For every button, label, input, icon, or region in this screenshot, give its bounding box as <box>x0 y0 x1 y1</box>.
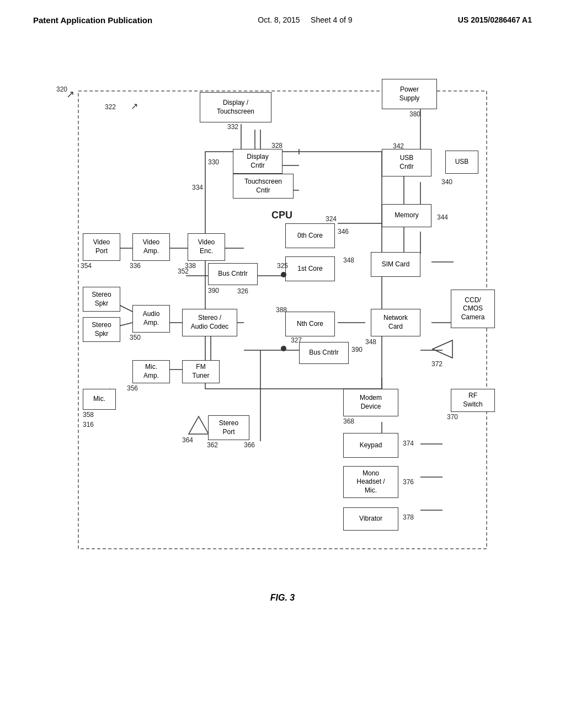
keypad-box: Keypad <box>343 433 398 458</box>
touchscreen-cntlr-box: Touchscreen Cntlr <box>233 174 294 199</box>
mono-headset-label: Mono Headset / Mic. <box>356 469 385 495</box>
stereo-audio-codec-label: Stereo / Audio Codec <box>191 314 229 331</box>
ccd-cmos-box: CCD/ CMOS Camera <box>451 290 495 328</box>
power-supply-label: Power Supply <box>399 85 420 103</box>
connector-dot-1 <box>281 346 286 351</box>
label-388: 388 <box>276 306 287 314</box>
label-368: 368 <box>343 417 354 425</box>
label-350: 350 <box>130 334 141 341</box>
arrow-322: ↗ <box>131 101 138 111</box>
vibrator-label: Vibrator <box>359 515 382 523</box>
label-340: 340 <box>441 178 452 186</box>
label-362: 362 <box>207 441 218 449</box>
video-port-label: Video Port <box>93 238 110 255</box>
label-348b: 348 <box>365 338 376 346</box>
mic-box: Mic. <box>83 389 116 410</box>
display-cntlr-label: Display Cntlr <box>247 153 268 170</box>
label-390-top: 390 <box>208 287 219 295</box>
stereo-spkr2-label: Stereo Spkr <box>92 321 111 338</box>
core1-label: 1st Core <box>297 265 322 274</box>
mic-amp-label: Mic. Amp. <box>143 363 159 380</box>
bus-cntlr-top-box: Bus Cntrlr <box>208 263 258 285</box>
bus-cntlr-bot-box: Bus Cntrlr <box>299 342 349 364</box>
memory-label: Memory <box>395 211 418 220</box>
label-376: 376 <box>403 478 414 486</box>
stereo-spkr2-box: Stereo Spkr <box>83 317 120 342</box>
coren-label: Nth Core <box>297 320 323 329</box>
label-378: 378 <box>403 513 414 521</box>
label-344: 344 <box>437 213 448 221</box>
label-348: 348 <box>343 256 354 264</box>
connector-dot-2 <box>281 272 286 277</box>
label-332: 332 <box>227 123 238 131</box>
usb-box: USB <box>445 151 478 174</box>
svg-marker-41 <box>433 340 452 358</box>
stereo-port-label: Stereo Port <box>219 419 238 436</box>
power-supply-box: Power Supply <box>382 79 437 109</box>
fm-tuner-box: FM Tuner <box>182 360 220 383</box>
stereo-spkr1-label: Stereo Spkr <box>92 291 111 308</box>
vibrator-box: Vibrator <box>343 507 398 531</box>
label-346: 346 <box>338 228 349 235</box>
figure-caption: FIG. 3 <box>0 593 565 603</box>
label-372: 372 <box>431 360 443 368</box>
label-342: 342 <box>393 142 404 150</box>
mic-amp-box: Mic. Amp. <box>132 360 170 383</box>
video-port-box: Video Port <box>83 233 120 261</box>
svg-marker-40 <box>189 416 209 434</box>
page-header: Patent Application Publication Oct. 8, 2… <box>0 0 565 25</box>
patent-number: US 2015/0286467 A1 <box>458 15 532 24</box>
label-316: 316 <box>83 421 94 429</box>
antenna-triangle-364 <box>188 415 210 437</box>
core1-box: 1st Core <box>285 256 335 281</box>
stereo-audio-codec-box: Stereo / Audio Codec <box>182 309 237 336</box>
mono-headset-box: Mono Headset / Mic. <box>343 466 398 498</box>
display-touchscreen-label: Display / Touchscreen <box>217 99 254 116</box>
label-338: 338 <box>185 262 196 270</box>
bus-cntlr-bot-label: Bus Cntrlr <box>309 349 338 357</box>
display-cntlr-box: Display Cntlr <box>233 149 282 174</box>
core0-label: 0th Core <box>297 232 323 240</box>
core0-box: 0th Core <box>285 223 335 248</box>
label-325: 325 <box>277 262 288 270</box>
label-336: 336 <box>130 262 141 270</box>
stereo-port-box: Stereo Port <box>208 415 249 440</box>
touchscreen-cntlr-label: Touchscreen Cntlr <box>244 178 282 195</box>
label-356: 356 <box>127 384 138 392</box>
network-card-box: Network Card <box>371 309 420 336</box>
label-327: 327 <box>291 336 302 344</box>
audio-amp-label: Audio Amp. <box>143 310 160 327</box>
date-sheet: Oct. 8, 2015 Sheet 4 of 9 <box>258 15 352 24</box>
diagram-area: 320 ↗ Display / Touchscreen 332 322 ↗ Po… <box>45 58 520 582</box>
audio-amp-box: Audio Amp. <box>132 305 170 333</box>
stereo-spkr1-box: Stereo Spkr <box>83 287 120 312</box>
label-334: 334 <box>192 184 203 191</box>
label-364: 364 <box>182 436 193 444</box>
label-328: 328 <box>271 142 282 149</box>
network-card-label: Network Card <box>383 314 408 331</box>
video-enc-box: Video Enc. <box>188 233 225 261</box>
fm-tuner-label: FM Tuner <box>193 363 210 380</box>
video-amp-box: Video Amp. <box>132 233 170 261</box>
display-touchscreen-box: Display / Touchscreen <box>200 92 271 122</box>
usb-label: USB <box>455 158 469 167</box>
usb-cntlr-box: USB Cntlr <box>382 149 431 176</box>
label-330: 330 <box>208 158 219 166</box>
coren-box: Nth Core <box>285 312 335 336</box>
keypad-label: Keypad <box>360 441 382 450</box>
modem-device-box: Modem Device <box>343 389 398 416</box>
rf-switch-box: RF Switch <box>451 389 495 412</box>
label-374: 374 <box>403 440 414 447</box>
bus-cntlr-top-label: Bus Cntrlr <box>218 270 247 279</box>
label-390-bot: 390 <box>351 346 363 354</box>
label-370: 370 <box>447 413 458 421</box>
label-366: 366 <box>244 441 255 449</box>
publication-label: Patent Application Publication <box>33 15 152 25</box>
label-324: 324 <box>326 215 337 223</box>
arrow-320: ↗ <box>66 88 74 100</box>
rf-triangle-372 <box>431 339 454 361</box>
video-enc-label: Video Enc. <box>198 238 215 255</box>
sim-card-label: SIM Card <box>382 260 410 269</box>
label-326: 326 <box>237 287 248 295</box>
label-358: 358 <box>83 411 94 419</box>
